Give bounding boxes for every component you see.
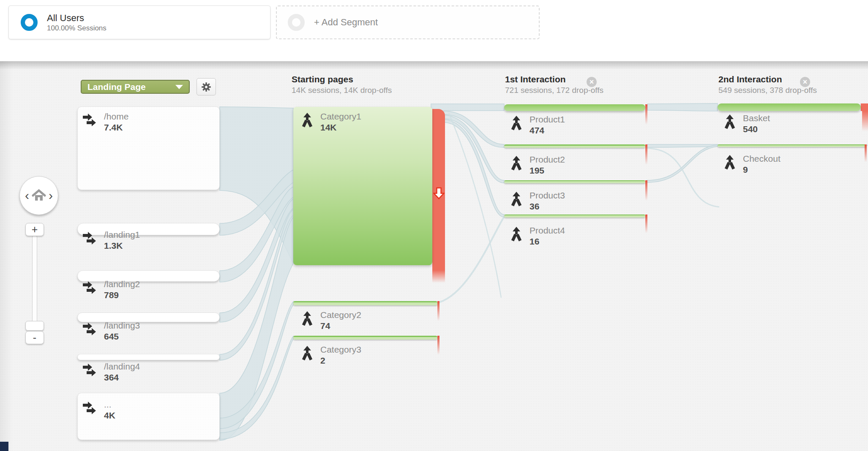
flow-node-product3[interactable] [504, 180, 645, 183]
zoom-slider-track[interactable] [32, 236, 37, 324]
node-label-group: Category1 14K [300, 111, 361, 133]
dropoff-tick [865, 144, 867, 162]
nav-prev-button[interactable]: ‹ [22, 189, 32, 202]
flow-node-landing4[interactable] [77, 354, 220, 360]
node-label-group: /landing2 789 [83, 279, 140, 301]
dimension-selector-label: Landing Page [87, 82, 146, 92]
segment-title: All Users [47, 12, 106, 24]
flow-ribbon [647, 144, 718, 147]
merge-arrow-icon [300, 346, 314, 361]
merge-arrow-icon [723, 114, 737, 130]
dropoff-tick [645, 104, 647, 125]
node-value: 9 [743, 164, 781, 175]
node-label-group: Category3 2 [300, 344, 361, 366]
page-arrows-icon [83, 401, 98, 417]
column-subtitle: 14K sessions, 14K drop-offs [292, 85, 392, 96]
nav-next-button[interactable]: › [46, 189, 55, 202]
dropoff-segment-fade [862, 111, 868, 131]
flow-navigator: ‹ › [19, 176, 58, 215]
node-label: /home [104, 111, 128, 122]
flow-node-checkout[interactable] [718, 144, 866, 147]
segment-card-all-users[interactable]: All Users 100.00% Sessions [8, 5, 270, 39]
segment-ring-icon [21, 14, 38, 31]
dropoff-segment [861, 103, 868, 111]
node-value: 4K [104, 410, 115, 421]
node-label-group: Product2 195 [509, 154, 565, 176]
node-value: 789 [104, 290, 140, 301]
bottom-left-strip [0, 442, 8, 451]
flow-node-category2[interactable] [293, 301, 437, 305]
column-subtitle: 721 sessions, 172 drop-offs [505, 85, 603, 96]
close-icon[interactable]: × [800, 77, 810, 87]
node-label: Category2 [320, 310, 361, 321]
flow-node-category3[interactable] [293, 336, 437, 340]
chevron-down-icon [175, 85, 183, 89]
gear-icon [201, 82, 212, 92]
flow-ribbon [647, 103, 718, 111]
add-segment-ring-icon [288, 14, 305, 31]
column-header-starting-pages: Starting pages 14K sessions, 14K drop-of… [292, 74, 392, 96]
node-label: Checkout [743, 153, 781, 164]
node-value: 74 [320, 321, 361, 331]
segment-bar: All Users 100.00% Sessions + Add Segment [0, 0, 868, 61]
node-label-group: /home 7.4K [83, 111, 128, 133]
dropoff-band-fade [432, 270, 445, 283]
dropoff-tick [645, 180, 647, 201]
merge-arrow-icon [300, 311, 314, 326]
node-label-group: Category2 74 [300, 310, 361, 331]
flow-node-product1[interactable] [504, 104, 645, 111]
page-arrows-icon [83, 231, 98, 247]
page-arrows-icon [83, 280, 98, 296]
close-icon[interactable]: × [587, 77, 597, 87]
flow-node-product2[interactable] [504, 144, 645, 148]
add-segment-button[interactable]: + Add Segment [276, 5, 540, 39]
node-label: Product1 [530, 114, 565, 125]
node-label: /landing1 [104, 229, 140, 240]
users-flow-report: All Users 100.00% Sessions + Add Segment [0, 0, 868, 451]
node-label-group: Product1 474 [509, 114, 565, 136]
flow-node-basket[interactable] [718, 103, 861, 111]
flow-node-product4[interactable] [504, 215, 645, 217]
dimension-selector[interactable]: Landing Page [81, 80, 190, 94]
node-value: 474 [530, 125, 565, 136]
node-label-group: Basket 540 [723, 113, 770, 135]
zoom-in-button[interactable]: + [25, 223, 44, 236]
zoom-out-button[interactable]: - [25, 331, 44, 344]
node-value: 364 [104, 372, 140, 383]
flow-ribbon [647, 148, 719, 207]
node-label: /landing2 [104, 279, 140, 290]
page-arrows-icon [83, 363, 98, 379]
node-label: Product4 [530, 225, 565, 236]
flow-ribbon [439, 217, 504, 302]
dropoff-tick [645, 144, 647, 165]
node-value: 1.3K [104, 240, 140, 251]
settings-button[interactable] [197, 78, 216, 95]
node-label: Product3 [530, 190, 565, 201]
node-label: Product2 [530, 154, 565, 165]
node-label-group: Product4 16 [509, 225, 565, 247]
node-value: 14K [320, 122, 361, 133]
node-label: /landing3 [104, 320, 140, 331]
dropoff-tick [645, 215, 647, 233]
flow-ribbon [444, 119, 504, 217]
segment-subtitle: 100.00% Sessions [47, 24, 106, 33]
page-arrows-icon [83, 322, 98, 338]
node-value: 2 [320, 355, 361, 366]
node-label: /landing4 [104, 361, 140, 372]
flow-canvas: Landing Page Starting pages 14K sessions… [0, 61, 868, 451]
node-label-group: ... 4K [83, 399, 115, 421]
flow-ribbon [431, 104, 504, 111]
merge-arrow-icon [509, 116, 524, 131]
node-label: Category1 [320, 111, 361, 122]
add-segment-label: + Add Segment [314, 17, 378, 28]
node-value: 540 [743, 124, 770, 135]
page-arrows-icon [83, 113, 98, 129]
node-label-group: /landing1 1.3K [83, 229, 140, 251]
merge-arrow-icon [509, 192, 524, 207]
home-icon [32, 189, 46, 202]
dropoff-tick [437, 301, 439, 321]
node-value: 36 [530, 201, 565, 212]
node-label-group: Product3 36 [509, 190, 565, 212]
zoom-slider-handle[interactable] [25, 321, 44, 331]
node-label: Basket [743, 113, 770, 124]
